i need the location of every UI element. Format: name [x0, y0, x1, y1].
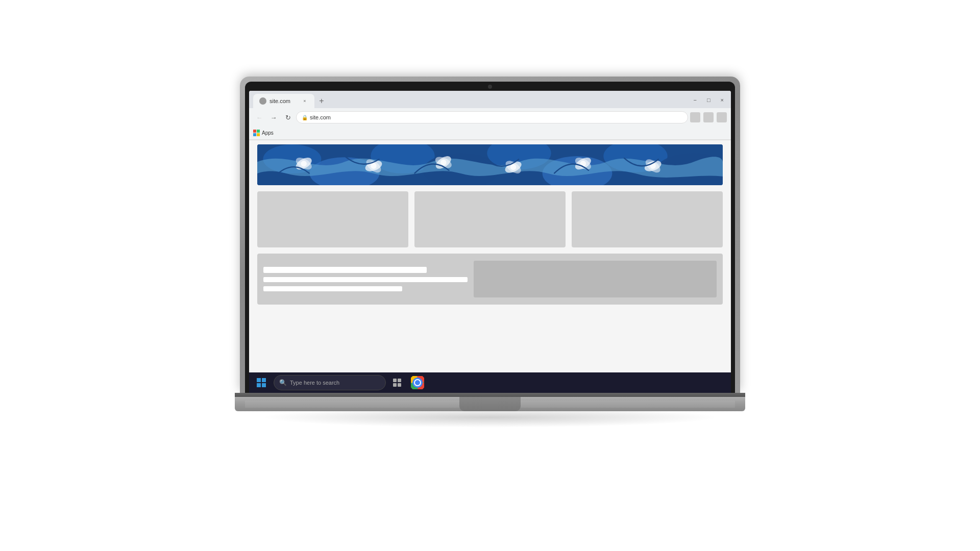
svg-rect-27: [393, 379, 397, 382]
address-text: site.com: [310, 114, 331, 120]
tab-favicon: [259, 97, 266, 105]
floral-svg: [257, 144, 723, 185]
tab-title: site.com: [270, 98, 290, 104]
back-button[interactable]: ←: [253, 111, 265, 123]
text-line-1: [263, 267, 427, 273]
content-box-2: [414, 191, 566, 247]
text-line-3: [263, 286, 402, 291]
minimize-button[interactable]: −: [690, 97, 699, 103]
win-logo-bl: [257, 383, 261, 387]
extension-icon-3[interactable]: [717, 112, 727, 122]
browser-tabs-bar: site.com × + − □ ×: [249, 91, 731, 108]
screen: site.com × + − □ × ← → ↻ 🔒: [249, 91, 731, 393]
win-logo-tr: [262, 378, 266, 382]
panel-image-placeholder: [474, 261, 717, 297]
windows-logo-icon: [257, 378, 266, 387]
grid-cell-3: [253, 133, 256, 136]
apps-bookmark[interactable]: Apps: [253, 130, 274, 136]
svg-point-36: [415, 380, 420, 385]
svg-rect-28: [398, 379, 401, 382]
taskbar-search-bar[interactable]: 🔍 Type here to search: [274, 375, 386, 390]
taskbar-search-text: Type here to search: [290, 380, 339, 386]
close-window-button[interactable]: ×: [718, 97, 727, 103]
svg-point-14: [371, 163, 376, 169]
task-view-button[interactable]: [388, 373, 406, 392]
windows-start-button[interactable]: [251, 372, 272, 393]
laptop-keyboard: [245, 400, 735, 408]
win-logo-br: [262, 383, 266, 387]
grid-cell-1: [253, 130, 256, 133]
laptop-lid: site.com × + − □ × ← → ↻ 🔒: [240, 77, 740, 393]
taskbar-search-icon: 🔍: [279, 379, 287, 386]
lock-icon: 🔒: [302, 115, 308, 120]
svg-point-20: [510, 164, 516, 170]
extension-icon-2[interactable]: [703, 112, 714, 122]
laptop-container: site.com × + − □ × ← → ↻ 🔒: [235, 77, 745, 474]
svg-rect-29: [393, 383, 397, 387]
browser-chrome: site.com × + − □ × ← → ↻ 🔒: [249, 91, 731, 140]
browser-tab-active[interactable]: site.com ×: [253, 94, 314, 108]
grid-cell-2: [257, 130, 260, 133]
new-tab-button[interactable]: +: [314, 94, 329, 108]
address-bar[interactable]: 🔒 site.com: [296, 111, 688, 123]
bookmarks-bar: Apps: [249, 127, 731, 140]
floral-banner: [257, 144, 723, 185]
laptop-hinge: [235, 393, 745, 397]
text-lines-area: [263, 261, 468, 297]
browser-toolbar: ← → ↻ 🔒 site.com: [249, 108, 731, 127]
refresh-button[interactable]: ↻: [282, 111, 294, 123]
svg-point-11: [301, 161, 307, 166]
chrome-browser-icon: [411, 376, 424, 389]
toolbar-extensions: [690, 112, 727, 122]
content-box-1: [257, 191, 408, 247]
svg-rect-30: [398, 383, 401, 387]
website-content: [249, 140, 731, 393]
window-controls: − □ ×: [690, 97, 727, 105]
apps-label: Apps: [262, 130, 274, 136]
svg-point-17: [440, 160, 446, 165]
laptop-base: [235, 397, 745, 411]
task-view-icon: [393, 378, 402, 387]
tab-close-btn[interactable]: ×: [301, 97, 308, 105]
win-logo-tl: [257, 378, 261, 382]
bottom-panel: [257, 254, 723, 305]
grid-cell-4: [257, 133, 260, 136]
content-box-3: [572, 191, 723, 247]
taskbar-chrome-icon[interactable]: [408, 373, 427, 392]
text-line-2: [263, 277, 468, 282]
forward-button[interactable]: →: [267, 111, 280, 123]
webcam: [488, 85, 492, 89]
maximize-button[interactable]: □: [704, 97, 714, 103]
content-inner: [249, 140, 731, 309]
extension-icon-1[interactable]: [690, 112, 700, 122]
apps-grid-icon: [253, 130, 260, 136]
taskbar: 🔍 Type here to search: [249, 372, 731, 393]
content-boxes-grid: [257, 191, 723, 247]
